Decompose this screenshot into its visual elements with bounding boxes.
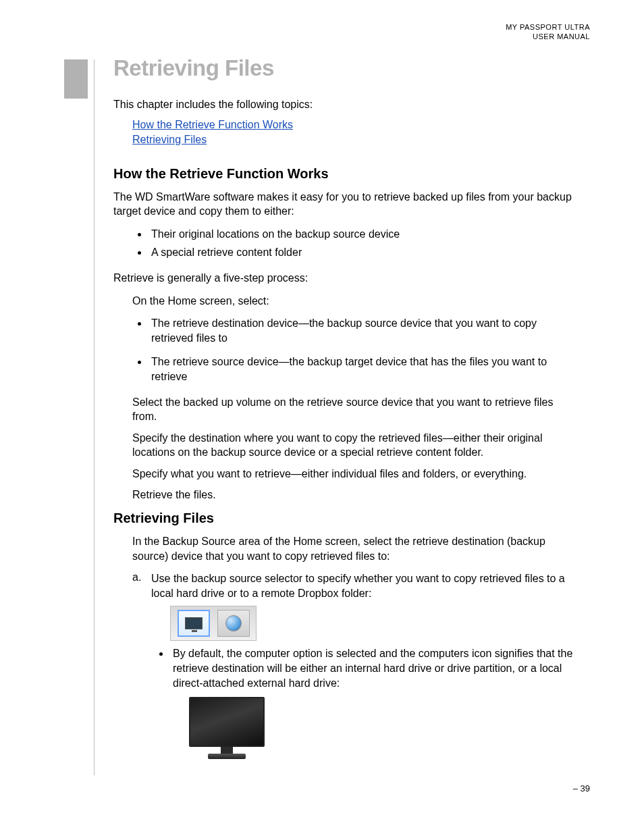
computer-icon: [185, 617, 203, 629]
section-heading-how-works: How the Retrieve Function Works: [113, 166, 574, 182]
retrieving-intro: In the Backup Source area of the Home sc…: [132, 534, 574, 563]
left-margin-rule: [94, 59, 95, 775]
step-specify-what: Specify what you want to retrieve—either…: [132, 467, 574, 481]
monitor-stand-neck: [221, 747, 233, 754]
page-number: – 39: [573, 783, 590, 793]
bullet-original-locations: Their original locations on the backup s…: [149, 227, 574, 242]
step-block-home-select: On the Home screen, select:: [113, 294, 574, 309]
chapter-intro: This chapter includes the following topi…: [113, 97, 574, 112]
globe-icon: [225, 615, 242, 631]
backup-source-selector-figure: [170, 606, 257, 641]
step-marker-a: a.: [132, 571, 151, 600]
step-select-volume: Select the backed up volume on the retri…: [132, 395, 574, 424]
bullet-special-folder: A special retrieve content folder: [149, 245, 574, 260]
chapter-title: Retrieving Files: [113, 55, 574, 81]
monitor-screen-icon: [189, 697, 265, 747]
selector-computer-option: [178, 610, 210, 637]
step-home-select-intro: On the Home screen, select:: [132, 294, 574, 309]
sub-bullet-default-computer: By default, the computer option is selec…: [113, 646, 574, 690]
computer-monitor-figure: [189, 697, 265, 759]
section-heading-retrieving-files: Retrieving Files: [113, 511, 574, 526]
monitor-stand-base: [208, 754, 246, 759]
bullet-list-select-devices: The retrieve destination device—the back…: [113, 316, 574, 384]
ordered-step-a: a. Use the backup source selector to spe…: [113, 571, 574, 600]
para-five-step: Retrieve is generally a five-step proces…: [113, 271, 574, 286]
para-smartware-intro: The WD SmartWare software makes it easy …: [113, 190, 574, 219]
sub-bullet-text: By default, the computer option is selec…: [170, 646, 574, 690]
step-a-text: Use the backup source selector to specif…: [151, 571, 574, 600]
topic-link-how-works[interactable]: How the Retrieve Function Works: [132, 118, 574, 132]
chapter-side-block: [64, 59, 88, 99]
step-retrieve-files: Retrieve the files.: [132, 488, 574, 502]
step-block-remaining: Select the backed up volume on the retri…: [113, 395, 574, 503]
header-doctype: USER MANUAL: [506, 32, 590, 42]
bullet-source-device: The retrieve source device—the backup ta…: [149, 355, 574, 384]
step-specify-destination: Specify the destination where you want t…: [132, 431, 574, 460]
retrieving-intro-block: In the Backup Source area of the Home sc…: [113, 534, 574, 563]
page-content: Retrieving Files This chapter includes t…: [113, 55, 574, 767]
topic-link-retrieving-files[interactable]: Retrieving Files: [132, 132, 574, 147]
selector-dropbox-option: [217, 610, 250, 637]
bullet-list-copy-targets: Their original locations on the backup s…: [113, 227, 574, 260]
header-product: MY PASSPORT ULTRA: [506, 23, 590, 32]
header-product-label: MY PASSPORT ULTRA USER MANUAL: [506, 23, 590, 42]
bullet-destination-device: The retrieve destination device—the back…: [149, 316, 574, 345]
topic-links: How the Retrieve Function Works Retrievi…: [113, 118, 574, 147]
